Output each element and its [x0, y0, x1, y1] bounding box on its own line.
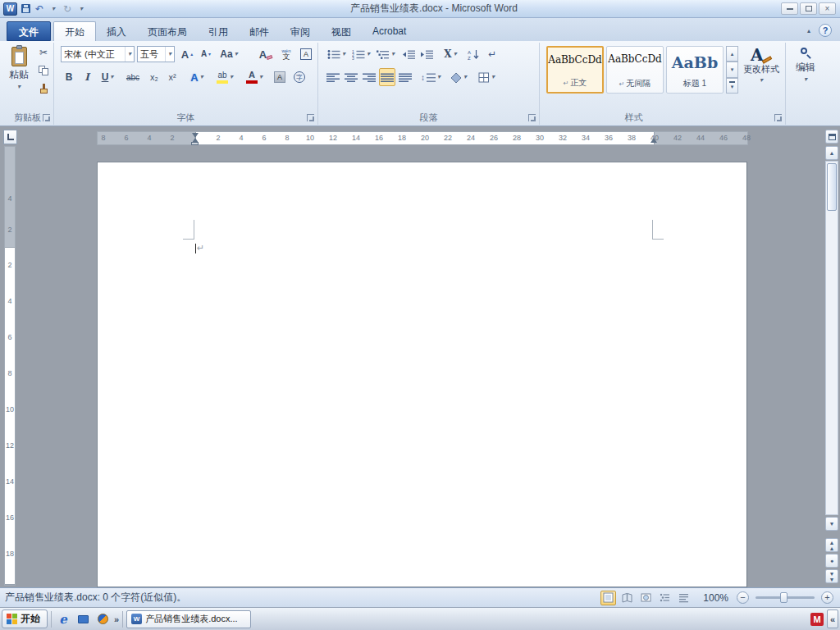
tab-review[interactable]: 审阅 — [280, 22, 321, 41]
scroll-down-button[interactable]: ▼ — [825, 517, 838, 531]
zoom-in-button[interactable]: + — [821, 591, 833, 604]
word-app-icon[interactable]: W — [3, 2, 17, 16]
save-button[interactable] — [20, 2, 31, 16]
zoom-level-button[interactable]: 100% — [703, 592, 728, 604]
font-color-button[interactable]: A▾ — [241, 68, 267, 86]
shading-button[interactable]: ▾ — [446, 68, 471, 86]
superscript-button[interactable]: x² — [164, 68, 180, 86]
clear-formatting-button[interactable]: A — [256, 45, 276, 63]
styles-scroll-up-button[interactable]: ▴ — [726, 46, 738, 62]
clipboard-dialog-launcher[interactable] — [43, 114, 50, 121]
undo-button[interactable]: ↶ — [34, 2, 45, 16]
enclose-characters-button[interactable]: 字 — [290, 68, 308, 86]
help-button[interactable]: ? — [819, 24, 832, 37]
align-left-button[interactable] — [325, 68, 341, 86]
tab-acrobat[interactable]: Acrobat — [362, 22, 417, 41]
style-heading-1[interactable]: AaBb 标题 1 — [666, 46, 724, 94]
tab-file[interactable]: 文件 — [7, 21, 51, 41]
scroll-up-button[interactable]: ▲ — [825, 146, 838, 160]
taskbar-document-button[interactable]: W 产品销售业绩表.docx... — [126, 610, 251, 628]
quicklaunch-media-player[interactable] — [94, 611, 111, 628]
minimize-button[interactable] — [781, 2, 798, 15]
asian-layout-button[interactable]: X▾ — [440, 45, 461, 63]
style-no-spacing[interactable]: AaBbCcDd ↵无间隔 — [606, 46, 664, 94]
zoom-out-button[interactable]: − — [737, 591, 749, 604]
select-browse-object-button[interactable]: ● — [825, 554, 838, 568]
underline-button[interactable]: U▾ — [97, 68, 118, 86]
borders-button[interactable]: ▾ — [474, 68, 499, 86]
highlight-button[interactable]: ab▾ — [212, 68, 238, 86]
editing-button[interactable]: 编辑 ▾ — [789, 43, 822, 110]
copy-button[interactable] — [34, 62, 52, 79]
cut-button[interactable]: ✂ — [34, 44, 52, 61]
tray-collapse-button[interactable]: « — [827, 609, 838, 628]
subscript-button[interactable]: x₂ — [146, 68, 162, 86]
undo-dropdown[interactable]: ▾ — [48, 2, 59, 16]
quicklaunch-ie[interactable]: e — [55, 611, 71, 628]
print-layout-view-button[interactable] — [600, 591, 616, 605]
paragraph-dialog-launcher[interactable] — [528, 114, 536, 121]
font-name-combobox[interactable]: 宋体 (中文正 ▾ — [61, 46, 135, 62]
paste-button[interactable]: 粘贴 ▾ — [4, 43, 34, 110]
draft-view-button[interactable] — [676, 591, 692, 605]
quicklaunch-show-desktop[interactable] — [75, 611, 91, 628]
align-center-button[interactable] — [343, 68, 359, 86]
document-page[interactable]: ↵ — [97, 162, 747, 587]
tab-stop-selector[interactable] — [3, 130, 17, 144]
phonetic-guide-button[interactable]: wén文 — [277, 45, 295, 63]
right-indent-marker[interactable] — [651, 138, 657, 143]
repeat-button[interactable]: ↻ — [62, 2, 73, 16]
change-styles-button[interactable]: A 更改样式 ▾ — [740, 43, 783, 110]
bold-button[interactable]: B — [61, 68, 77, 86]
multilevel-list-button[interactable]: ▾ — [374, 45, 397, 63]
quicklaunch-overflow-button[interactable]: » — [114, 614, 119, 624]
distributed-button[interactable] — [397, 68, 413, 86]
text-effects-button[interactable]: A▾ — [185, 68, 208, 86]
scrollbar-thumb[interactable] — [827, 163, 837, 211]
character-shading-button[interactable]: A — [271, 68, 289, 86]
numbering-button[interactable]: 123 ▾ — [349, 45, 372, 63]
left-indent-marker[interactable] — [191, 142, 199, 145]
grow-font-button[interactable]: A▴ — [179, 45, 195, 63]
tab-view[interactable]: 视图 — [321, 22, 362, 41]
tab-references[interactable]: 引用 — [198, 22, 239, 41]
web-layout-view-button[interactable] — [638, 591, 654, 605]
italic-button[interactable]: I — [79, 68, 95, 86]
minimize-ribbon-button[interactable]: ▴ — [807, 27, 810, 34]
zoom-slider-thumb[interactable] — [780, 592, 788, 603]
font-dialog-launcher[interactable] — [307, 114, 314, 121]
decrease-indent-button[interactable] — [400, 45, 417, 63]
tab-mailings[interactable]: 邮件 — [239, 22, 280, 41]
tab-insert[interactable]: 插入 — [96, 22, 137, 41]
view-ruler-toggle-button[interactable] — [825, 130, 838, 144]
shrink-font-button[interactable]: A▾ — [198, 45, 214, 63]
strikethrough-button[interactable]: abc — [121, 68, 144, 86]
tab-page-layout[interactable]: 页面布局 — [137, 22, 198, 41]
start-button[interactable]: 开始 — [2, 609, 48, 628]
style-normal[interactable]: AaBbCcDd ↵正文 — [546, 46, 604, 94]
change-case-button[interactable]: Aa▾ — [217, 45, 240, 63]
justify-button[interactable] — [379, 68, 395, 86]
line-spacing-button[interactable]: ↕ ▾ — [418, 68, 443, 86]
status-text[interactable]: 产品销售业绩表.docx: 0 个字符(近似值)。 — [5, 591, 186, 605]
bullets-button[interactable]: ▾ — [325, 45, 348, 63]
customize-qat-button[interactable]: ▾ — [75, 2, 87, 16]
zoom-slider[interactable] — [756, 596, 815, 599]
increase-indent-button[interactable] — [418, 45, 435, 63]
outline-view-button[interactable] — [657, 591, 673, 605]
font-size-combobox[interactable]: 五号 ▾ — [137, 46, 175, 62]
next-page-button[interactable]: ▼▼ — [825, 569, 838, 583]
format-painter-button[interactable] — [34, 80, 52, 97]
close-button[interactable]: × — [819, 2, 836, 15]
tray-input-method-icon[interactable]: M — [810, 613, 824, 626]
previous-page-button[interactable]: ▲▲ — [825, 538, 838, 552]
styles-dialog-launcher[interactable] — [774, 114, 782, 121]
character-border-button[interactable]: A — [297, 45, 315, 63]
styles-gallery-more-button[interactable]: ▾ — [726, 78, 738, 94]
show-hide-marks-button[interactable]: ↵ — [484, 45, 500, 63]
full-screen-reading-view-button[interactable] — [619, 591, 635, 605]
align-right-button[interactable] — [361, 68, 377, 86]
sort-button[interactable]: AZ — [464, 45, 482, 63]
maximize-button[interactable] — [800, 2, 817, 15]
styles-scroll-down-button[interactable]: ▾ — [726, 62, 738, 77]
